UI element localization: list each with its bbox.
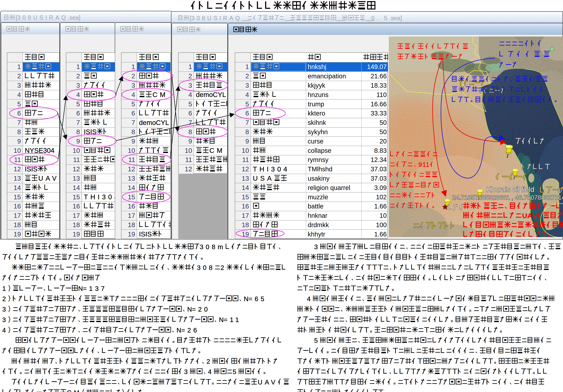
svg-text:ペンタゴンを攻撃: ペンタゴンを攻撃 (390, 171, 438, 178)
svg-text:リヤド: リヤド (448, 204, 465, 211)
svg-text:軍に可能な攻撃ルート: 軍に可能な攻撃ルート (397, 53, 465, 60)
svg-text:ちを犯すことにな: ちを犯すことにな (390, 192, 438, 199)
svg-text:るかも知れない。: るかも知れない。 (390, 202, 437, 209)
svg-text:サウジアラビア: サウジアラビア (413, 222, 457, 230)
svg-text:して嘘の証拠にするでしょう。: して嘘の証拠にするでしょう。 (463, 231, 553, 237)
svg-text:イ ラ ン の 攻 撃: イ ラ ン の 攻 撃 (499, 51, 551, 58)
svg-text:バーレーン: バーレーン (495, 173, 529, 181)
svg-text:リヤドを攻撃する: リヤドを攻撃する (390, 151, 438, 158)
svg-text:ド: ド (558, 188, 563, 195)
svg-text:卑怯な米軍は、後から赤いコース: 卑怯な米軍は、後から赤いコース (463, 202, 562, 210)
svg-text:Khurais oil field: Khurais oil field (486, 186, 534, 193)
svg-text:上の巡航ミサイルとUAVの燃焼ガ: 上の巡航ミサイルとUAVの燃焼ガ (463, 212, 563, 220)
svg-text:衛星に写るようなへまはしないで: 衛星に写るようなへまはしないで (452, 86, 545, 93)
svg-text:やるはずのない: やるはずのない (499, 40, 544, 48)
svg-text:ルート: ルート (499, 61, 519, 69)
svg-text:サウジは、911で: サウジは、911で (390, 161, 435, 168)
svg-text:アブカイク: アブカイク (521, 163, 550, 171)
svg-text:ジュバイル: ジュバイル (515, 138, 546, 145)
svg-text:24.71857585328681 , 46.7507883: 24.71857585328681 , 46.75078832711453 (452, 194, 563, 201)
svg-text:した軍産と同じ過: した軍産と同じ過 (390, 182, 440, 189)
svg-text:スの赤外線画像を衛星写真で公表: スの赤外線画像を衛星写真で公表 (463, 221, 563, 229)
svg-text:しょう。古い時代の軍事の常識です。: しょう。古い時代の軍事の常識です。 (452, 96, 560, 103)
svg-text:本気で攻撃するなら、米国の軍事: 本気で攻撃するなら、米国の軍事 (452, 76, 549, 83)
svg-text:軍産の動かすイラクの米: 軍産の動かすイラクの米 (397, 43, 470, 50)
